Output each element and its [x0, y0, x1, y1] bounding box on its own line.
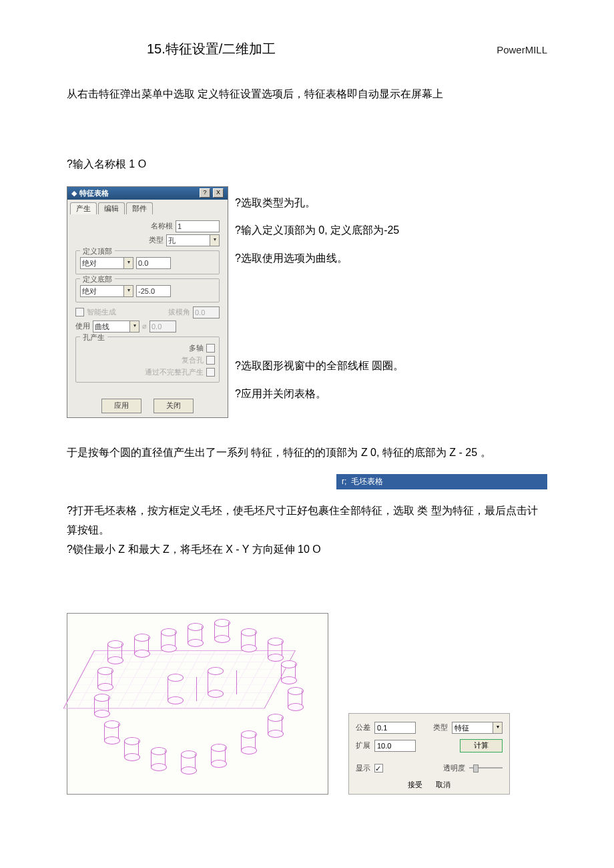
calculate-button[interactable]: 计算 — [460, 739, 503, 752]
close-button[interactable]: 关闭 — [154, 399, 194, 413]
top-legend: 定义顶部 — [80, 246, 115, 256]
expand-input[interactable]: 10.0 — [374, 740, 416, 752]
blocktype-select[interactable]: 特征▾ — [452, 722, 503, 734]
close-icon[interactable]: X — [213, 188, 224, 198]
diameter-value: 0.0 — [149, 320, 176, 333]
show-checkbox[interactable]: ✓ — [374, 764, 383, 773]
bottom-fieldset: 定义底部 绝对▾ -25.0 — [75, 278, 220, 302]
chevron-down-icon[interactable]: ▾ — [123, 257, 133, 269]
chevron-down-icon[interactable]: ▾ — [493, 722, 503, 734]
partial-label: 通过不完整孔产生 — [145, 367, 204, 377]
partial-checkbox[interactable] — [206, 368, 215, 377]
chapter-title: 15.特征设置/二维加工 — [147, 40, 276, 58]
step-use: ?选取使用选项为曲线。 — [235, 244, 404, 272]
type-label: 类型 — [149, 235, 164, 245]
step-type: ?选取类型为孔。 — [235, 189, 404, 217]
tolerance-input[interactable]: 0.1 — [374, 722, 416, 734]
accept-button[interactable]: 接受 — [408, 780, 422, 790]
dialog-titlebar[interactable]: ◆ 特征表格 ? X — [67, 187, 228, 200]
chevron-down-icon[interactable]: ▾ — [123, 285, 133, 297]
show-label: 显示 — [356, 763, 370, 773]
tolerance-label: 公差 — [356, 722, 370, 732]
hole-legend: 孔产生 — [80, 333, 107, 343]
compound-checkbox[interactable] — [206, 356, 215, 365]
chevron-down-icon[interactable]: ▾ — [210, 234, 220, 246]
step-blockform: ?打开毛坯表格，按方框定义毛坯，使毛坯尺寸正好包裹住全部特征，选取 类 型为特征… — [67, 501, 547, 540]
dialog-title: 特征表格 — [79, 188, 197, 198]
multiaxis-label: 多轴 — [189, 343, 204, 353]
step-topbottom: ?输入定义顶部为 0, 定义底部为-25 — [235, 216, 404, 244]
tab-parts[interactable]: 部件 — [126, 202, 153, 214]
multiaxis-checkbox[interactable] — [206, 344, 215, 353]
compound-label: 复合孔 — [182, 355, 204, 365]
top-mode-select[interactable]: 绝对▾ — [80, 257, 133, 269]
top-value-input[interactable]: 0.0 — [136, 257, 171, 269]
window-icon: ◆ — [71, 189, 77, 198]
paragraph-result: 于是按每个圆的直径值产生出了一系列 特征，特征的的顶部为 Z 0, 特征的底部为… — [67, 443, 547, 463]
step-lockz: ?锁住最小 Z 和最大 Z，将毛坯在 X - Y 方向延伸 10 O — [67, 540, 547, 560]
bottom-mode-select[interactable]: 绝对▾ — [80, 285, 133, 297]
transparency-slider[interactable] — [469, 766, 503, 770]
transparency-label: 透明度 — [443, 763, 465, 773]
cancel-button[interactable]: 取消 — [436, 780, 450, 790]
step-selectwire: ?选取图形视窗中的全部线框 圆圈。 — [235, 352, 404, 380]
diameter-icon: ⌀ — [142, 322, 147, 331]
block-config-panel: 公差 0.1 类型 特征▾ 扩展 10.0 计算 显示 — [348, 713, 510, 795]
bottom-legend: 定义底部 — [80, 274, 115, 284]
nameroot-input[interactable]: 1 — [176, 220, 220, 232]
smartgen-checkbox[interactable] — [75, 308, 84, 316]
step-applyclose: ?应用并关闭表格。 — [235, 380, 404, 408]
feature-dialog: ◆ 特征表格 ? X 产生 编辑 部件 名称根 1 类型 孔▾ — [67, 186, 228, 418]
tab-create[interactable]: 产生 — [70, 202, 97, 214]
tab-edit[interactable]: 编辑 — [98, 202, 125, 214]
bottom-value-input[interactable]: -25.0 — [136, 285, 171, 297]
draft-value: 0.0 — [193, 306, 220, 318]
expand-label: 扩展 — [356, 740, 370, 750]
smartgen-label: 智能生成 — [87, 307, 116, 317]
hole-fieldset: 孔产生 多轴 复合孔 通过不完整孔产生 — [75, 337, 220, 383]
paragraph-intro: 从右击特征弹出菜单中选取 定义特征设置选项后，特征表格即自动显示在屏幕上 — [67, 85, 547, 104]
chevron-down-icon[interactable]: ▾ — [129, 320, 139, 333]
blocktype-label: 类型 — [433, 722, 448, 732]
preview-viewport — [67, 613, 328, 795]
step-nameroot: ?输入名称根 1 O — [67, 155, 547, 174]
use-label: 使用 — [75, 321, 90, 331]
use-select[interactable]: 曲线▾ — [93, 320, 139, 333]
top-fieldset: 定义顶部 绝对▾ 0.0 — [75, 250, 220, 274]
brand: PowerMILL — [497, 44, 547, 55]
type-select[interactable]: 孔▾ — [166, 234, 220, 246]
nameroot-label: 名称根 — [151, 221, 173, 231]
help-icon[interactable]: ? — [200, 188, 210, 198]
draft-label: 拔模角 — [168, 307, 190, 317]
block-titlebar[interactable]: r; 毛坯表格 — [336, 474, 547, 489]
apply-button[interactable]: 应用 — [101, 399, 141, 413]
